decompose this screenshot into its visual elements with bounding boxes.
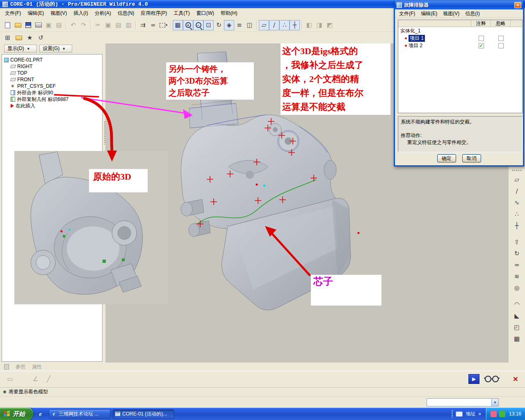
filter-button[interactable]: ▦ xyxy=(173,20,183,30)
taskbar-item-core01[interactable]: CORE-01 (活动的)... xyxy=(113,409,174,419)
display-style-2-button[interactable]: ◨ xyxy=(314,20,324,30)
revolve-tool-button[interactable]: ↻ xyxy=(512,249,522,259)
undo-button[interactable]: ↶ xyxy=(68,20,78,30)
erase-button[interactable]: ▣ xyxy=(43,20,54,30)
refit-button[interactable]: ⊡ xyxy=(203,20,214,30)
csys-display-button[interactable]: ┼ xyxy=(290,20,300,30)
ignore-checkbox-item2[interactable] xyxy=(498,43,504,48)
menu-info[interactable]: 信息(N) xyxy=(114,9,138,18)
tray-icon-2[interactable] xyxy=(499,411,505,417)
csys-tool-button[interactable]: ┼ xyxy=(512,221,522,231)
curve-tool-button[interactable]: ∿ xyxy=(512,198,522,208)
dialog-title-bar[interactable]: 故障排除器 × xyxy=(395,1,523,9)
layers-button[interactable]: ≡ xyxy=(234,20,244,30)
open-button[interactable] xyxy=(13,20,23,30)
menu-view[interactable]: 视图(V) xyxy=(47,9,70,18)
repaint-button[interactable]: ↻ xyxy=(214,20,224,30)
dialog-tree-root-row[interactable]: 实体化_1 xyxy=(398,27,522,34)
chamfer-tool-button[interactable]: ◣ xyxy=(512,311,522,321)
tray-icon-1[interactable] xyxy=(491,411,497,417)
dialog-menu-view[interactable]: 视图(V) xyxy=(440,9,462,18)
dialog-menu-info[interactable]: 信息(I) xyxy=(462,9,482,18)
filter-combobox[interactable]: ▾ xyxy=(427,398,499,406)
datum-point-tool-button[interactable]: ∴ xyxy=(512,209,522,219)
menu-file[interactable]: 文件(F) xyxy=(2,9,24,18)
blend-tool-button[interactable]: ≋ xyxy=(512,272,522,282)
datum-axis-display-button[interactable]: ∕ xyxy=(269,20,279,30)
redo-button[interactable]: ↷ xyxy=(78,20,89,30)
tree-item-copy-geom[interactable]: 外部复制几何 标识6887 xyxy=(2,96,102,103)
cancel-feature-button[interactable]: × xyxy=(510,373,521,384)
resume-button[interactable]: ▶ xyxy=(468,374,479,384)
tab-references[interactable]: 参照 xyxy=(16,363,25,370)
regenerate-button[interactable]: ⇉ xyxy=(138,20,148,30)
dialog-menu-edit[interactable]: 编辑(E) xyxy=(418,9,440,18)
paused-sketch-button[interactable]: ∠ xyxy=(30,374,41,384)
round-tool-button[interactable]: ◠ xyxy=(512,299,522,310)
menu-applications[interactable]: 应用程序(P) xyxy=(137,9,170,18)
print-button[interactable] xyxy=(33,20,43,30)
tree-item-core01[interactable]: CORE-01.PRT xyxy=(2,57,102,63)
history-button[interactable]: ↺ xyxy=(36,33,46,43)
reorient-button[interactable]: ◈ xyxy=(224,20,234,30)
pattern-tool-button[interactable]: ▦ xyxy=(512,334,522,344)
cut-button[interactable]: ✂ xyxy=(93,20,103,30)
annotate-checkbox-item2[interactable]: ✓ xyxy=(479,43,484,48)
select-box-button[interactable]: ▾ xyxy=(158,20,169,30)
tree-item-csys[interactable]: PRT_CSYS_DEF xyxy=(2,83,102,89)
annotate-checkbox-item1[interactable] xyxy=(479,36,484,41)
menu-help[interactable]: 帮助(H) xyxy=(217,9,241,18)
tree-item-top[interactable]: TOP xyxy=(2,70,102,76)
extrude-tool-button[interactable]: ⇧ xyxy=(512,237,522,247)
cancel-button[interactable]: 取消 xyxy=(462,154,481,162)
display-style-1-button[interactable]: ◧ xyxy=(304,20,314,30)
deskband-handle[interactable] xyxy=(452,410,453,418)
copy-button[interactable]: ▣ xyxy=(103,20,113,30)
address-label[interactable]: 地址 xyxy=(466,411,475,418)
zoom-out-button[interactable]: − xyxy=(193,20,203,30)
menu-edit[interactable]: 编辑(E) xyxy=(24,9,47,18)
save-button[interactable] xyxy=(23,20,33,30)
chevron-icon[interactable]: » xyxy=(478,411,481,417)
display-style-3-button[interactable]: ◩ xyxy=(324,20,335,30)
start-button[interactable]: 开始 xyxy=(0,408,33,420)
settings-dropdown-button[interactable]: 设置(G)▼ xyxy=(39,45,72,52)
paused-plane-button[interactable]: ▭ xyxy=(5,374,15,384)
shell-tool-button[interactable]: ◰ xyxy=(512,322,522,333)
keyboard-icon[interactable] xyxy=(456,411,463,417)
paused-axis-button[interactable]: ╱ xyxy=(43,374,54,384)
paste-special-button[interactable]: ▥ xyxy=(123,20,134,30)
preview-button[interactable] xyxy=(482,374,501,384)
ignore-checkbox-item1[interactable] xyxy=(498,36,504,41)
tree-item-right[interactable]: RIGHT xyxy=(2,63,102,70)
menu-analysis[interactable]: 分析(A) xyxy=(91,9,114,18)
menu-window[interactable]: 窗口(W) xyxy=(193,9,217,18)
find-button[interactable]: ∞ xyxy=(148,20,158,30)
model-tree-button[interactable]: ⊞ xyxy=(2,33,13,43)
tree-item-front[interactable]: FRONT xyxy=(2,76,102,83)
datum-axis-tool-button[interactable]: ∕ xyxy=(512,186,522,196)
internet-explorer-icon[interactable]: e xyxy=(37,411,44,418)
tab-properties[interactable]: 属性 xyxy=(32,363,42,370)
dialog-menu-file[interactable]: 文件(F) xyxy=(396,9,418,18)
datum-plane-display-button[interactable]: ▱ xyxy=(259,20,269,30)
dialog-item-2-row[interactable]: 项目 2 ✓ xyxy=(398,42,522,49)
paste-button[interactable]: ▤ xyxy=(113,20,123,30)
datum-plane-tool-button[interactable]: ▱ xyxy=(512,175,522,185)
view-manager-button[interactable]: ◫ xyxy=(244,20,255,30)
show-dropdown-button[interactable]: 显示(D)▼ xyxy=(4,45,37,52)
tree-item-insert-here[interactable]: 在此插入 xyxy=(2,103,102,109)
taskbar-item-forum[interactable]: e 三维网技术论坛 ... xyxy=(49,409,110,419)
datum-point-display-button[interactable]: ∴ xyxy=(279,20,290,30)
sweep-tool-button[interactable]: ≈ xyxy=(512,260,522,270)
new-button[interactable] xyxy=(2,20,13,30)
menu-insert[interactable]: 插入(I) xyxy=(70,9,91,18)
dialog-close-button[interactable]: × xyxy=(514,2,521,8)
favorites-button[interactable]: ★ xyxy=(25,33,35,43)
hole-tool-button[interactable]: ◎ xyxy=(512,283,522,293)
ok-button[interactable]: 确定 xyxy=(437,154,456,162)
zoom-in-button[interactable]: + xyxy=(183,20,193,30)
combo-arrow-icon[interactable]: ▾ xyxy=(491,399,498,406)
menu-tools[interactable]: 工具(T) xyxy=(170,9,193,18)
dialog-item-1-row[interactable]: 项目 1 xyxy=(398,34,522,42)
